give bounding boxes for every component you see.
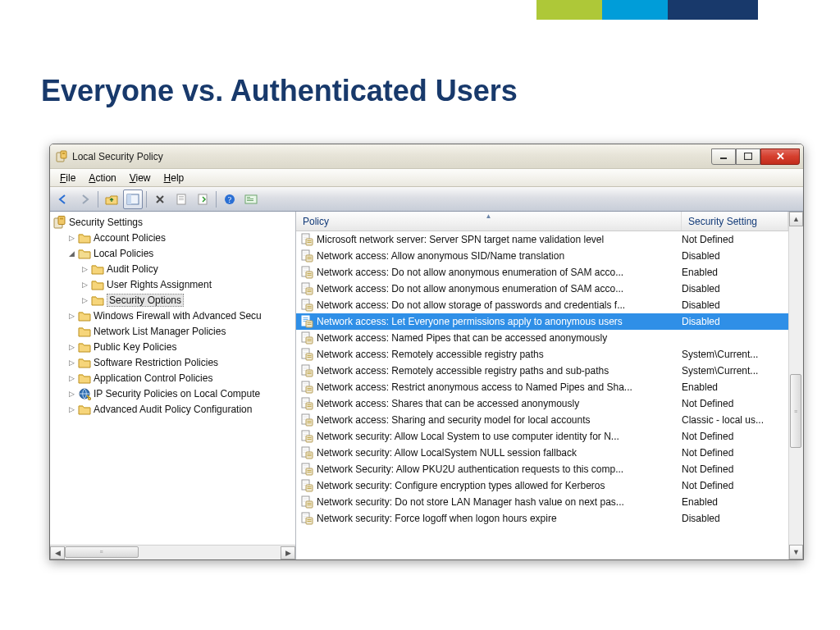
- tree-horizontal-scrollbar[interactable]: ◀ ≡ ▶: [50, 545, 295, 559]
- svg-rect-19: [58, 216, 65, 224]
- refresh-view-button[interactable]: [241, 189, 261, 209]
- menu-help[interactable]: Help: [158, 171, 191, 185]
- policy-name: Network access: Remotely accessible regi…: [317, 365, 682, 377]
- column-security-setting[interactable]: Security Setting: [682, 212, 788, 231]
- svg-rect-129: [304, 482, 308, 482]
- policy-name: Network access: Remotely accessible regi…: [317, 349, 682, 360]
- column-policy[interactable]: Policy ▲: [296, 212, 682, 231]
- expand-toggle-icon[interactable]: ▷: [80, 280, 89, 290]
- svg-rect-134: [308, 488, 312, 489]
- expand-toggle-icon[interactable]: ▷: [80, 264, 89, 274]
- policy-name: Network access: Let Everyone permissions…: [317, 316, 682, 327]
- expand-toggle-icon[interactable]: ◢: [66, 249, 76, 258]
- tree-item[interactable]: ▷Advanced Audit Policy Configuration: [50, 401, 295, 417]
- tree-item[interactable]: ◢Local Policies: [50, 245, 295, 261]
- policy-row[interactable]: Network access: Let Everyone permissions…: [296, 313, 788, 330]
- tree-item[interactable]: ▷Public Key Policies: [50, 339, 295, 354]
- svg-rect-122: [304, 465, 308, 466]
- svg-rect-147: [308, 519, 312, 520]
- minimize-button[interactable]: [711, 148, 736, 165]
- svg-rect-67: [304, 336, 308, 336]
- tree-item-label: IP Security Policies on Local Compute: [94, 388, 260, 399]
- policy-value: Disabled: [682, 513, 788, 524]
- scroll-left-button[interactable]: ◀: [50, 546, 65, 559]
- svg-rect-42: [308, 273, 312, 274]
- policy-row[interactable]: Network access: Shares that can be acces…: [296, 395, 788, 412]
- nav-back-button[interactable]: [53, 189, 73, 209]
- expand-toggle-icon[interactable]: ▷: [66, 373, 76, 383]
- tree-item[interactable]: Network List Manager Policies: [50, 323, 295, 339]
- svg-rect-57: [308, 308, 312, 308]
- folder-icon: [78, 388, 91, 399]
- tree-item[interactable]: ▷Account Policies: [50, 230, 295, 245]
- svg-rect-59: [304, 317, 308, 318]
- properties-button[interactable]: [171, 189, 191, 209]
- tree-root[interactable]: Security Settings: [50, 214, 295, 230]
- policy-row[interactable]: Network security: Do not store LAN Manag…: [296, 494, 788, 510]
- tree-item[interactable]: ▷IP Security Policies on Local Compute: [50, 386, 295, 401]
- close-button[interactable]: ✕: [760, 148, 800, 165]
- menu-file[interactable]: File: [53, 171, 82, 185]
- expand-toggle-icon[interactable]: ▷: [66, 389, 76, 399]
- show-tree-button[interactable]: [123, 189, 143, 209]
- policy-row[interactable]: Network security: Force logoff when logo…: [296, 510, 788, 527]
- svg-rect-71: [308, 340, 312, 341]
- svg-text:?: ?: [228, 195, 232, 204]
- tree-item[interactable]: ▷User Rights Assignment: [50, 276, 295, 292]
- up-folder-button[interactable]: [102, 189, 121, 209]
- policy-name: Network security: Allow Local System to …: [317, 431, 682, 442]
- policy-name: Network access: Restrict anonymous acces…: [317, 381, 682, 393]
- menu-action[interactable]: Action: [82, 171, 122, 185]
- svg-rect-24: [304, 235, 308, 236]
- svg-rect-16: [247, 199, 253, 199]
- maximize-button[interactable]: [736, 148, 760, 165]
- vscroll-thumb[interactable]: ≡: [790, 374, 801, 448]
- expand-toggle-icon[interactable]: ▷: [66, 311, 76, 321]
- expand-toggle-icon[interactable]: [66, 326, 76, 336]
- scroll-right-button[interactable]: ▶: [281, 546, 295, 559]
- local-security-policy-window: Local Security Policy ✕ File Action View…: [49, 144, 804, 560]
- expand-toggle-icon[interactable]: ▷: [80, 295, 89, 305]
- expand-toggle-icon[interactable]: ▷: [66, 342, 76, 352]
- titlebar[interactable]: Local Security Policy ✕: [50, 144, 803, 169]
- tree-item[interactable]: ▷Application Control Policies: [50, 370, 295, 386]
- policy-icon: [299, 512, 314, 525]
- menu-view[interactable]: View: [123, 171, 158, 185]
- tree-item[interactable]: ▷Software Restriction Policies: [50, 354, 295, 370]
- policy-row[interactable]: Network access: Remotely accessible regi…: [296, 363, 788, 379]
- policy-row[interactable]: Network access: Do not allow anonymous e…: [296, 281, 788, 297]
- expand-toggle-icon[interactable]: ▷: [66, 233, 76, 243]
- policy-row[interactable]: Microsoft network server: Server SPN tar…: [296, 231, 788, 248]
- policy-row[interactable]: Network Security: Allow PKU2U authentica…: [296, 461, 788, 477]
- list-vertical-scrollbar[interactable]: ▲ ≡ ▼: [788, 212, 803, 559]
- tree-item[interactable]: ▷Security Options: [50, 292, 295, 308]
- expand-toggle-icon[interactable]: ▷: [66, 358, 76, 368]
- hscroll-thumb[interactable]: ≡: [65, 546, 139, 558]
- scroll-up-button[interactable]: ▲: [789, 212, 803, 226]
- column-headers: Policy ▲ Security Setting: [296, 212, 788, 231]
- expand-toggle-icon[interactable]: ▷: [66, 404, 76, 414]
- policy-row[interactable]: Network access: Do not allow anonymous e…: [296, 264, 788, 281]
- policy-row[interactable]: Network access: Remotely accessible regi…: [296, 346, 788, 363]
- policy-row[interactable]: Network access: Restrict anonymous acces…: [296, 379, 788, 395]
- policy-row[interactable]: Network security: Configure encryption t…: [296, 477, 788, 494]
- delete-button[interactable]: [150, 189, 170, 209]
- policy-row[interactable]: Network access: Named Pipes that can be …: [296, 330, 788, 346]
- policy-name: Microsoft network server: Server SPN tar…: [317, 234, 682, 245]
- export-button[interactable]: [193, 189, 212, 209]
- policy-row[interactable]: Network access: Allow anonymous SID/Name…: [296, 248, 788, 264]
- policy-row[interactable]: Network security: Allow LocalSystem NULL…: [296, 445, 788, 461]
- policy-row[interactable]: Network access: Sharing and security mod…: [296, 412, 788, 428]
- policy-row[interactable]: Network security: Allow Local System to …: [296, 428, 788, 445]
- svg-rect-88: [304, 385, 308, 386]
- policy-row[interactable]: Network access: Do not allow storage of …: [296, 297, 788, 313]
- scroll-down-button[interactable]: ▼: [789, 545, 803, 559]
- policy-value: Disabled: [682, 250, 788, 262]
- svg-rect-52: [304, 301, 308, 302]
- nav-forward-button[interactable]: [75, 189, 94, 209]
- tree-item[interactable]: ▷Windows Firewall with Advanced Secu: [50, 308, 295, 323]
- help-button[interactable]: ?: [220, 189, 240, 209]
- policy-icon: [299, 266, 314, 279]
- svg-rect-35: [308, 257, 312, 258]
- tree-item[interactable]: ▷Audit Policy: [50, 261, 295, 276]
